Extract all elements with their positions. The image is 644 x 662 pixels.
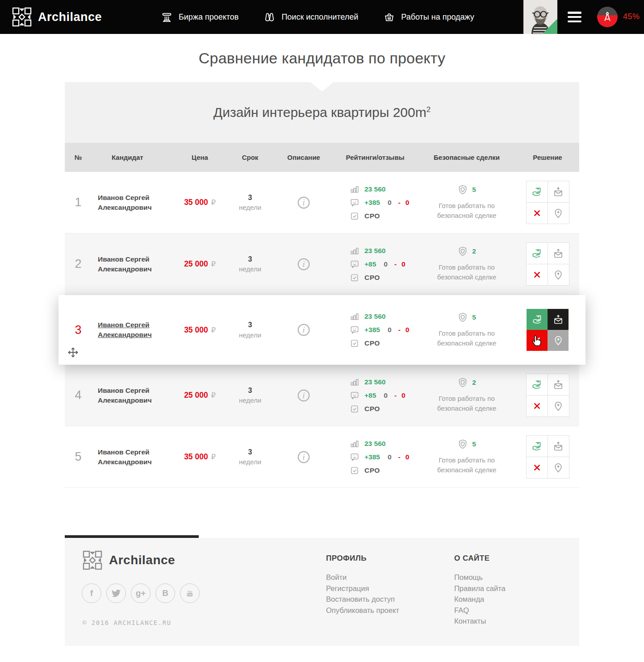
send-message-button[interactable] [548,309,569,330]
reviews-neutral: 0 [384,260,388,268]
candidate-name-link[interactable]: Иванов Сергей Александрович [98,386,166,405]
vk-icon[interactable]: B [155,583,175,603]
bar-chart-icon [350,377,360,387]
footer-link-register[interactable]: Регистрация [326,583,399,594]
checkbox-icon [350,466,360,475]
youtube-icon[interactable] [180,583,200,603]
send-message-button[interactable] [548,243,569,264]
deal-hand-icon [531,441,542,452]
top-navbar: Archilance Биржа проектов Поиск исполнит… [0,0,644,34]
reject-button[interactable] [527,203,548,224]
reviews-icon [350,259,360,269]
deals-count: 5 [472,313,476,321]
add-location-button[interactable] [548,330,569,351]
mail-send-icon [553,441,564,452]
footer-link-team[interactable]: Команда [454,594,506,605]
info-icon[interactable] [297,196,311,210]
info-icon[interactable] [297,450,311,464]
row-number: 5 [65,450,92,464]
add-location-button[interactable] [548,396,569,416]
col-header-num: № [65,154,92,161]
reject-button[interactable] [527,396,548,416]
price-value: 35 000 [184,452,208,462]
facebook-icon[interactable]: f [82,583,101,603]
rating-score: 23 560 [364,247,385,255]
archilance-logo-icon [12,7,32,27]
mail-send-icon [553,379,564,390]
bar-chart-icon [350,184,360,194]
add-location-button[interactable] [548,203,569,224]
drafting-compass-icon [601,11,614,23]
info-icon[interactable] [297,257,311,271]
table-bottom-spacer [65,488,579,538]
deals-text: Готов работать по безопасной сделке [422,329,511,348]
send-message-button[interactable] [548,436,569,457]
col-header-candidate: Кандидат [92,154,174,161]
table-row-active: 3 Иванов Сергей Александрович 35 000₽ 3н… [59,295,585,365]
bottom-strip [0,646,644,661]
candidate-name-link[interactable]: Иванов Сергей Александрович [98,193,166,212]
deals-count: 2 [472,247,476,255]
footer-link-restore-access[interactable]: Востановить доступ [326,594,399,605]
deal-hand-icon [531,379,542,390]
footer-link-faq[interactable]: FAQ [454,605,506,616]
reject-button[interactable] [527,457,548,478]
footer-link-publish-project[interactable]: Опубликовать проект [326,605,399,616]
add-location-button[interactable] [548,264,569,285]
info-icon[interactable] [297,388,311,403]
checkbox-icon [350,273,360,283]
deals-count: 2 [472,379,476,387]
accept-deal-button[interactable] [527,243,548,264]
candidate-name-link[interactable]: Иванов Сергей Александрович [98,447,166,466]
info-icon[interactable] [297,323,311,337]
profile-progress-badge[interactable] [597,7,618,27]
accept-deal-button[interactable] [527,309,548,330]
shield-icon [457,377,468,388]
candidate-name-link[interactable]: Иванов Сергей Александрович [98,254,166,274]
col-header-description: Описание [275,154,333,161]
term-value: 3 [248,447,252,457]
add-location-button[interactable] [548,457,569,478]
nav-item-works-for-sale[interactable]: Работы на продажу [383,11,474,23]
send-message-button[interactable] [548,374,569,395]
reject-button[interactable] [527,330,548,351]
term-unit: недели [239,396,261,405]
brand[interactable]: Archilance [12,0,102,34]
google-plus-icon[interactable]: g+ [131,583,151,603]
col-header-ratings: Рейтинги/отзывы [333,154,418,161]
deals-count: 5 [472,440,476,448]
reviews-icon [350,325,360,335]
accept-deal-button[interactable] [527,374,548,395]
currency-sign: ₽ [211,260,216,268]
twitter-icon[interactable] [106,583,126,603]
term-value: 3 [248,386,252,396]
table-row: 4 Иванов Сергей Александрович 25 000₽ 3н… [65,365,579,426]
price-value: 25 000 [184,259,208,269]
reviews-positive: +385 [364,199,380,207]
accept-deal-button[interactable] [527,181,548,202]
pin-plus-icon [553,462,564,473]
nav-item-search-performers[interactable]: Поиск исполнителей [263,11,358,23]
ratings-cell: 23 560 +850-0 СРО [333,377,418,414]
profile-progress-label: 45% [623,12,640,21]
footer-brand[interactable]: Archilance [83,550,175,570]
currency-sign: ₽ [211,391,216,400]
candidate-name-link[interactable]: Иванов Сергей Александрович [98,320,166,339]
reject-button[interactable] [527,264,548,285]
footer-link-login[interactable]: Войти [326,572,399,583]
accept-deal-button[interactable] [527,436,548,457]
drag-move-icon[interactable] [67,347,79,358]
nav-item-projects-exchange[interactable]: Биржа проектов [161,11,238,23]
deals-text: Готов работать по безопасной сделке [422,201,511,221]
footer-link-rules[interactable]: Правила сайта [454,583,506,594]
footer-link-help[interactable]: Помощь [454,572,506,583]
col-header-price: Цена [174,154,226,161]
send-message-button[interactable] [548,181,569,202]
footer-link-contacts[interactable]: Контакты [454,616,506,627]
hamburger-menu-icon[interactable] [568,12,581,22]
page: Archilance Биржа проектов Поиск исполнит… [0,0,644,661]
deals-count: 5 [472,186,476,194]
main-nav: Биржа проектов Поиск исполнителей Работы… [161,0,474,34]
user-avatar[interactable] [523,0,557,34]
column-icon [161,11,173,23]
